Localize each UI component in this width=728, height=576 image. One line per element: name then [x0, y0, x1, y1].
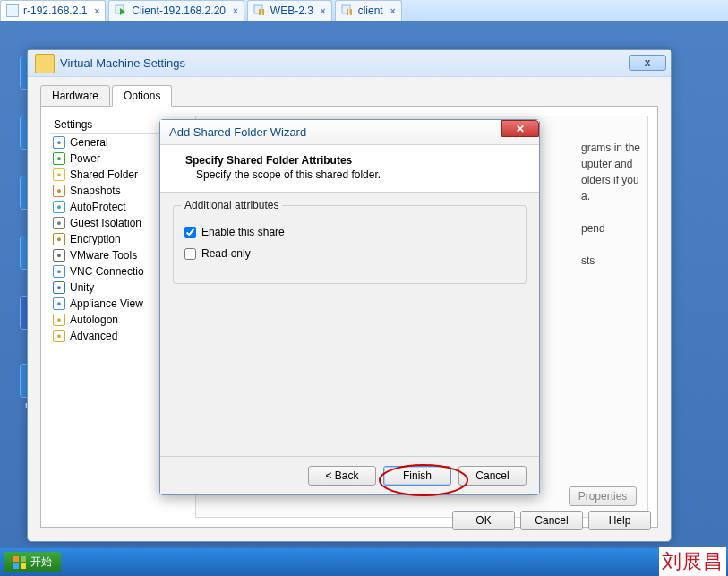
watermark-text: 刘展昌: [659, 547, 726, 576]
settings-item-label: Unity: [70, 281, 94, 294]
detail-text-fragment: grams in the uputer and olders if you a.…: [581, 140, 640, 269]
enable-share-option[interactable]: Enable this share: [184, 226, 515, 238]
settings-item-label: Shared Folder: [70, 168, 138, 181]
taskbar: 开始: [0, 548, 728, 576]
settings-item-label: VNC Connectio: [70, 265, 144, 278]
settings-item-label: Guest Isolation: [70, 217, 141, 229]
ok-button[interactable]: OK: [452, 511, 515, 530]
back-button[interactable]: < Back: [308, 466, 376, 486]
wizard-cancel-button[interactable]: Cancel: [458, 466, 527, 486]
settings-item-label: Appliance View: [70, 297, 143, 310]
vm-icon: [6, 4, 19, 17]
settings-item-label: Advanced: [70, 330, 117, 342]
group-legend: Additional attributes: [181, 199, 282, 211]
finish-button[interactable]: Finish: [383, 466, 451, 486]
folder-icon: [35, 54, 55, 73]
tab-hardware[interactable]: Hardware: [40, 85, 110, 107]
svg-rect-4: [262, 9, 264, 15]
settings-item-icon: ●: [53, 297, 65, 310]
settings-item-label: Encryption: [70, 233, 121, 245]
settings-item-icon: ●: [53, 314, 65, 326]
wizard-subheading: Specify the scope of this shared folder.: [185, 167, 525, 181]
close-icon[interactable]: ×: [390, 6, 396, 16]
properties-button[interactable]: Properties: [569, 486, 637, 506]
settings-tabs: Hardware Options: [40, 84, 658, 107]
svg-rect-10: [13, 563, 19, 569]
readonly-checkbox[interactable]: [184, 248, 196, 260]
dialog-buttons: OK Cancel Help: [452, 511, 651, 530]
svg-rect-7: [350, 9, 352, 15]
settings-item-label: Snapshots: [70, 185, 121, 197]
settings-item-icon: ●: [53, 152, 65, 165]
doc-tab-2[interactable]: Client-192.168.2.20 ×: [108, 0, 244, 21]
wizard-titlebar[interactable]: Add Shared Folder Wizard: [160, 120, 539, 145]
start-button[interactable]: 开始: [4, 552, 61, 572]
add-shared-folder-wizard: Add Shared Folder Wizard ✕ Specify Share…: [159, 119, 540, 495]
svg-rect-6: [347, 9, 348, 15]
settings-item-icon: ●: [53, 330, 65, 342]
vm-play-icon: [115, 4, 127, 17]
doc-tab-4[interactable]: client ×: [335, 0, 402, 21]
svg-rect-9: [21, 556, 26, 562]
windows-logo-icon: [13, 555, 27, 570]
doc-tab-label: client: [358, 4, 383, 17]
svg-rect-2: [254, 5, 262, 13]
svg-rect-3: [259, 9, 261, 15]
doc-tab-label: r-192.168.2.1: [23, 4, 87, 17]
settings-item-label: Power: [70, 152, 100, 165]
settings-item-icon: ●: [53, 281, 65, 294]
enable-share-label: Enable this share: [201, 226, 285, 238]
doc-tab-3[interactable]: WEB-2.3 ×: [247, 0, 332, 21]
wizard-title-text: Add Shared Folder Wizard: [169, 125, 306, 139]
settings-item-icon: ●: [53, 168, 65, 181]
settings-item-icon: ●: [53, 265, 65, 278]
help-button[interactable]: Help: [588, 511, 651, 530]
svg-rect-5: [342, 5, 350, 13]
settings-item-label: Autologon: [70, 314, 118, 326]
settings-item-label: VMware Tools: [70, 249, 137, 262]
close-icon[interactable]: ×: [94, 6, 99, 16]
cancel-button[interactable]: Cancel: [520, 511, 583, 530]
start-label: 开始: [30, 555, 52, 570]
window-close-button[interactable]: x: [629, 55, 666, 71]
settings-item-label: General: [70, 136, 108, 149]
svg-rect-11: [21, 563, 26, 569]
desktop-background: r-192.168.2.1 × Client-192.168.2.20 × WE…: [0, 0, 728, 576]
close-icon[interactable]: ×: [233, 6, 238, 16]
document-tabs: r-192.168.2.1 × Client-192.168.2.20 × WE…: [0, 0, 728, 21]
wizard-header: Specify Shared Folder Attributes Specify…: [160, 145, 539, 193]
settings-item-icon: ●: [53, 201, 65, 213]
settings-item-icon: ●: [53, 136, 65, 149]
settings-item-icon: ●: [53, 217, 65, 229]
settings-item-label: AutoProtect: [70, 201, 126, 213]
vm-pause-icon: [253, 4, 266, 17]
readonly-label: Read-only: [201, 247, 251, 260]
readonly-option[interactable]: Read-only: [184, 247, 515, 260]
settings-item-icon: ●: [53, 185, 65, 197]
close-icon[interactable]: ×: [321, 6, 326, 16]
settings-item-icon: ●: [53, 233, 65, 245]
additional-attributes-group: Additional attributes Enable this share …: [173, 205, 527, 284]
doc-tab-label: Client-192.168.2.20: [132, 4, 226, 17]
doc-tab-label: WEB-2.3: [270, 4, 313, 17]
window-title: Virtual Machine Settings: [60, 56, 185, 70]
settings-item-icon: ●: [53, 249, 65, 262]
enable-share-checkbox[interactable]: [184, 227, 196, 238]
vm-pause-icon: [341, 4, 354, 17]
window-titlebar[interactable]: Virtual Machine Settings: [28, 50, 671, 77]
wizard-buttons: < Back Finish Cancel: [160, 456, 539, 494]
tab-options[interactable]: Options: [112, 85, 172, 107]
doc-tab-1[interactable]: r-192.168.2.1 ×: [0, 0, 106, 21]
wizard-heading: Specify Shared Folder Attributes: [185, 154, 525, 167]
wizard-close-button[interactable]: ✕: [501, 120, 539, 137]
svg-rect-8: [13, 556, 19, 562]
